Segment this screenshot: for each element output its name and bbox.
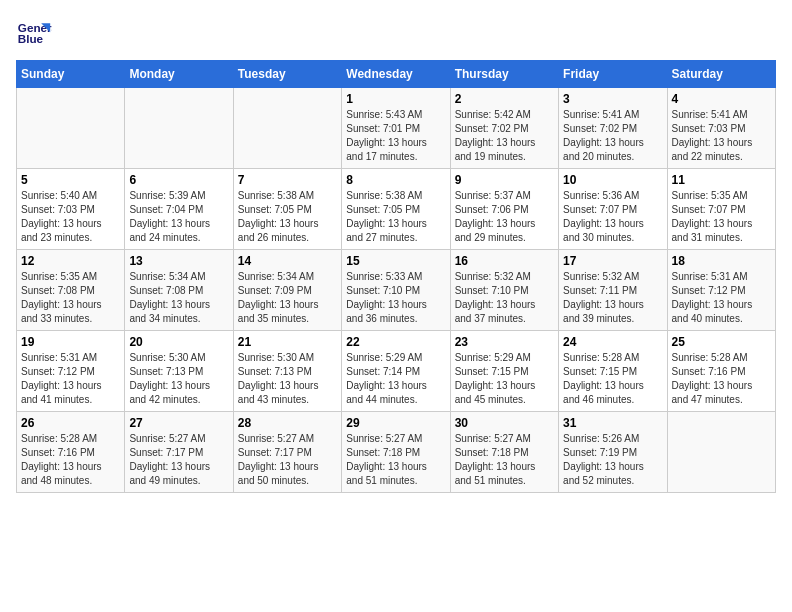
day-info: Sunrise: 5:30 AM Sunset: 7:13 PM Dayligh… [238,351,337,407]
week-row-2: 5Sunrise: 5:40 AM Sunset: 7:03 PM Daylig… [17,169,776,250]
day-number: 24 [563,335,662,349]
day-number: 29 [346,416,445,430]
day-info: Sunrise: 5:28 AM Sunset: 7:15 PM Dayligh… [563,351,662,407]
page-header: General Blue [16,16,776,52]
day-number: 14 [238,254,337,268]
calendar-cell: 19Sunrise: 5:31 AM Sunset: 7:12 PM Dayli… [17,331,125,412]
day-number: 2 [455,92,554,106]
calendar-cell: 26Sunrise: 5:28 AM Sunset: 7:16 PM Dayli… [17,412,125,493]
calendar-cell: 22Sunrise: 5:29 AM Sunset: 7:14 PM Dayli… [342,331,450,412]
day-info: Sunrise: 5:27 AM Sunset: 7:17 PM Dayligh… [238,432,337,488]
calendar-cell: 13Sunrise: 5:34 AM Sunset: 7:08 PM Dayli… [125,250,233,331]
day-info: Sunrise: 5:42 AM Sunset: 7:02 PM Dayligh… [455,108,554,164]
day-number: 6 [129,173,228,187]
column-header-thursday: Thursday [450,61,558,88]
day-number: 9 [455,173,554,187]
day-number: 15 [346,254,445,268]
day-number: 20 [129,335,228,349]
day-number: 13 [129,254,228,268]
calendar-cell: 3Sunrise: 5:41 AM Sunset: 7:02 PM Daylig… [559,88,667,169]
day-number: 5 [21,173,120,187]
day-number: 17 [563,254,662,268]
column-header-wednesday: Wednesday [342,61,450,88]
day-info: Sunrise: 5:41 AM Sunset: 7:02 PM Dayligh… [563,108,662,164]
day-number: 27 [129,416,228,430]
calendar-cell: 31Sunrise: 5:26 AM Sunset: 7:19 PM Dayli… [559,412,667,493]
day-info: Sunrise: 5:26 AM Sunset: 7:19 PM Dayligh… [563,432,662,488]
day-number: 18 [672,254,771,268]
day-info: Sunrise: 5:31 AM Sunset: 7:12 PM Dayligh… [21,351,120,407]
column-header-friday: Friday [559,61,667,88]
day-number: 22 [346,335,445,349]
day-number: 12 [21,254,120,268]
day-info: Sunrise: 5:27 AM Sunset: 7:18 PM Dayligh… [346,432,445,488]
day-number: 4 [672,92,771,106]
day-info: Sunrise: 5:32 AM Sunset: 7:10 PM Dayligh… [455,270,554,326]
day-info: Sunrise: 5:38 AM Sunset: 7:05 PM Dayligh… [238,189,337,245]
column-header-sunday: Sunday [17,61,125,88]
day-info: Sunrise: 5:29 AM Sunset: 7:14 PM Dayligh… [346,351,445,407]
day-number: 23 [455,335,554,349]
calendar-cell: 2Sunrise: 5:42 AM Sunset: 7:02 PM Daylig… [450,88,558,169]
calendar-cell: 17Sunrise: 5:32 AM Sunset: 7:11 PM Dayli… [559,250,667,331]
day-number: 28 [238,416,337,430]
calendar-cell: 4Sunrise: 5:41 AM Sunset: 7:03 PM Daylig… [667,88,775,169]
calendar-cell: 6Sunrise: 5:39 AM Sunset: 7:04 PM Daylig… [125,169,233,250]
calendar-cell [17,88,125,169]
calendar-cell: 27Sunrise: 5:27 AM Sunset: 7:17 PM Dayli… [125,412,233,493]
day-number: 11 [672,173,771,187]
calendar-cell: 10Sunrise: 5:36 AM Sunset: 7:07 PM Dayli… [559,169,667,250]
day-info: Sunrise: 5:41 AM Sunset: 7:03 PM Dayligh… [672,108,771,164]
calendar-cell: 25Sunrise: 5:28 AM Sunset: 7:16 PM Dayli… [667,331,775,412]
calendar-cell [125,88,233,169]
calendar-cell: 16Sunrise: 5:32 AM Sunset: 7:10 PM Dayli… [450,250,558,331]
calendar-cell: 14Sunrise: 5:34 AM Sunset: 7:09 PM Dayli… [233,250,341,331]
day-info: Sunrise: 5:30 AM Sunset: 7:13 PM Dayligh… [129,351,228,407]
day-number: 16 [455,254,554,268]
calendar-cell: 1Sunrise: 5:43 AM Sunset: 7:01 PM Daylig… [342,88,450,169]
day-number: 3 [563,92,662,106]
calendar-cell: 20Sunrise: 5:30 AM Sunset: 7:13 PM Dayli… [125,331,233,412]
day-info: Sunrise: 5:27 AM Sunset: 7:17 PM Dayligh… [129,432,228,488]
calendar-cell: 23Sunrise: 5:29 AM Sunset: 7:15 PM Dayli… [450,331,558,412]
day-info: Sunrise: 5:39 AM Sunset: 7:04 PM Dayligh… [129,189,228,245]
day-number: 25 [672,335,771,349]
day-info: Sunrise: 5:32 AM Sunset: 7:11 PM Dayligh… [563,270,662,326]
svg-text:Blue: Blue [18,32,44,45]
day-info: Sunrise: 5:35 AM Sunset: 7:07 PM Dayligh… [672,189,771,245]
week-row-1: 1Sunrise: 5:43 AM Sunset: 7:01 PM Daylig… [17,88,776,169]
day-info: Sunrise: 5:43 AM Sunset: 7:01 PM Dayligh… [346,108,445,164]
day-number: 19 [21,335,120,349]
day-info: Sunrise: 5:29 AM Sunset: 7:15 PM Dayligh… [455,351,554,407]
calendar-cell [233,88,341,169]
calendar-cell: 30Sunrise: 5:27 AM Sunset: 7:18 PM Dayli… [450,412,558,493]
calendar-cell: 21Sunrise: 5:30 AM Sunset: 7:13 PM Dayli… [233,331,341,412]
day-info: Sunrise: 5:36 AM Sunset: 7:07 PM Dayligh… [563,189,662,245]
calendar-cell [667,412,775,493]
day-number: 10 [563,173,662,187]
calendar-cell: 15Sunrise: 5:33 AM Sunset: 7:10 PM Dayli… [342,250,450,331]
header-row: SundayMondayTuesdayWednesdayThursdayFrid… [17,61,776,88]
calendar-cell: 9Sunrise: 5:37 AM Sunset: 7:06 PM Daylig… [450,169,558,250]
column-header-monday: Monday [125,61,233,88]
calendar-cell: 12Sunrise: 5:35 AM Sunset: 7:08 PM Dayli… [17,250,125,331]
logo: General Blue [16,16,52,52]
day-info: Sunrise: 5:28 AM Sunset: 7:16 PM Dayligh… [21,432,120,488]
day-info: Sunrise: 5:33 AM Sunset: 7:10 PM Dayligh… [346,270,445,326]
week-row-5: 26Sunrise: 5:28 AM Sunset: 7:16 PM Dayli… [17,412,776,493]
calendar-cell: 18Sunrise: 5:31 AM Sunset: 7:12 PM Dayli… [667,250,775,331]
day-info: Sunrise: 5:38 AM Sunset: 7:05 PM Dayligh… [346,189,445,245]
day-info: Sunrise: 5:35 AM Sunset: 7:08 PM Dayligh… [21,270,120,326]
day-info: Sunrise: 5:34 AM Sunset: 7:08 PM Dayligh… [129,270,228,326]
day-info: Sunrise: 5:31 AM Sunset: 7:12 PM Dayligh… [672,270,771,326]
day-info: Sunrise: 5:28 AM Sunset: 7:16 PM Dayligh… [672,351,771,407]
day-number: 31 [563,416,662,430]
calendar-table: SundayMondayTuesdayWednesdayThursdayFrid… [16,60,776,493]
calendar-cell: 7Sunrise: 5:38 AM Sunset: 7:05 PM Daylig… [233,169,341,250]
week-row-3: 12Sunrise: 5:35 AM Sunset: 7:08 PM Dayli… [17,250,776,331]
calendar-cell: 8Sunrise: 5:38 AM Sunset: 7:05 PM Daylig… [342,169,450,250]
logo-icon: General Blue [16,16,52,52]
calendar-cell: 29Sunrise: 5:27 AM Sunset: 7:18 PM Dayli… [342,412,450,493]
column-header-tuesday: Tuesday [233,61,341,88]
day-number: 1 [346,92,445,106]
